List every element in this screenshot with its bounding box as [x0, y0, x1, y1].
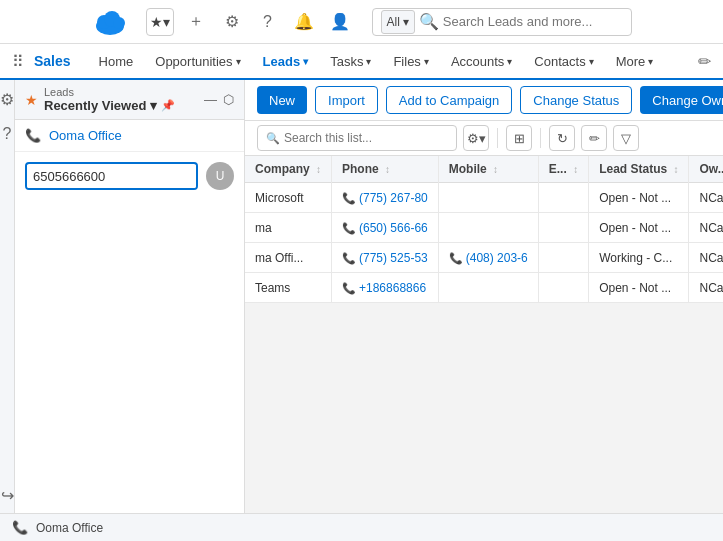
cell-company: Microsoft [245, 183, 332, 213]
nav-item-accounts[interactable]: Accounts ▾ [441, 44, 522, 80]
sidebar-heading-text: Recently Viewed [44, 98, 146, 113]
sidebar-section-heading: Recently Viewed ▾ 📌 [44, 98, 175, 113]
nav-bar: ⠿ Sales Home Opportunities ▾ Leads ▾ Tas… [0, 44, 723, 80]
nav-contacts-label: Contacts [534, 54, 585, 69]
nav-leads-label: Leads [263, 54, 301, 69]
edit-toolbar-button[interactable]: ✏ [581, 125, 607, 151]
nav-leads-chevron-icon: ▾ [303, 56, 308, 67]
nav-more-chevron-icon: ▾ [648, 56, 653, 67]
toolbar-separator [497, 128, 498, 148]
call-item-label: Ooma Office [49, 128, 122, 143]
salesforce-logo-icon [92, 8, 128, 36]
phone-number-input[interactable] [27, 165, 198, 188]
import-button[interactable]: Import [315, 86, 378, 114]
search-scope-chevron-icon: ▾ [403, 15, 409, 29]
col-email[interactable]: E... ↕ [538, 156, 588, 183]
apps-grid-icon[interactable]: ⠿ [12, 52, 24, 71]
phone-link[interactable]: (775) 525-53 [342, 251, 428, 265]
change-status-button[interactable]: Change Status [520, 86, 632, 114]
table-header-row: Company ↕ Phone ↕ Mobile ↕ E... ↕ Lead S… [245, 156, 723, 183]
cell-company: ma [245, 213, 332, 243]
nav-tasks-chevron-icon: ▾ [366, 56, 371, 67]
phone-link[interactable]: (775) 267-80 [342, 191, 428, 205]
content-header: New Import Add to Campaign Change Status… [245, 80, 723, 121]
search-scope-label: All [387, 15, 400, 29]
search-list-icon: 🔍 [266, 132, 280, 145]
table-row: Teams +186868866 Open - Not ... NCa... ▾ [245, 273, 723, 303]
nav-home-label: Home [99, 54, 134, 69]
col-lead-status[interactable]: Lead Status ↕ [589, 156, 689, 183]
call-phone-icon: 📞 [25, 128, 41, 143]
sidebar-minimize-button[interactable]: — [204, 92, 217, 107]
filter-button[interactable]: ▽ [613, 125, 639, 151]
app-brand-label: Sales [34, 53, 71, 69]
phone-link[interactable]: +186868866 [342, 281, 426, 295]
status-phone-icon: 📞 [12, 520, 28, 535]
edit-nav-icon[interactable]: ✏ [698, 52, 711, 71]
global-search-input[interactable] [443, 14, 623, 29]
nav-opportunities-label: Opportunities [155, 54, 232, 69]
cell-phone: +186868866 [332, 273, 439, 303]
setup-icon[interactable]: ⚙ [218, 8, 246, 36]
add-button[interactable]: ＋ [182, 8, 210, 36]
avatar-initials: U [216, 169, 225, 183]
nav-item-opportunities[interactable]: Opportunities ▾ [145, 44, 250, 80]
col-owner[interactable]: Ow... ↕ [689, 156, 723, 183]
nav-item-leads[interactable]: Leads ▾ [253, 44, 319, 80]
cloud-logo [92, 8, 128, 36]
nav-accounts-chevron-icon: ▾ [507, 56, 512, 67]
nav-item-contacts[interactable]: Contacts ▾ [524, 44, 603, 80]
content-area: New Import Add to Campaign Change Status… [245, 80, 723, 513]
change-owner-button[interactable]: Change Owner [640, 86, 723, 114]
cell-phone: (775) 267-80 [332, 183, 439, 213]
help-sidebar-icon[interactable]: ? [3, 125, 12, 143]
nav-item-files[interactable]: Files ▾ [383, 44, 438, 80]
new-button[interactable]: New [257, 86, 307, 114]
add-to-campaign-button[interactable]: Add to Campaign [386, 86, 512, 114]
phone-sidebar: ★ Leads Recently Viewed ▾ 📌 — ⬡ 📞 Ooma O… [15, 80, 245, 513]
cell-email [538, 243, 588, 273]
sidebar-heading-chevron-icon: ▾ [150, 98, 157, 113]
mobile-link[interactable]: (408) 203-6 [449, 251, 528, 265]
phone-input-wrap: 📞 [25, 162, 198, 190]
cell-owner: NCa... [689, 243, 723, 273]
bell-icon[interactable]: 🔔 [290, 8, 318, 36]
sidebar-heading-pin-icon: 📌 [161, 99, 175, 112]
leads-table-wrap: Company ↕ Phone ↕ Mobile ↕ E... ↕ Lead S… [245, 156, 723, 513]
refresh-button[interactable]: ↻ [549, 125, 575, 151]
nav-accounts-label: Accounts [451, 54, 504, 69]
settings-icon[interactable]: ⚙ [0, 90, 14, 109]
nav-more-label: More [616, 54, 646, 69]
col-mobile[interactable]: Mobile ↕ [438, 156, 538, 183]
sidebar-header: ★ Leads Recently Viewed ▾ 📌 — ⬡ [15, 80, 244, 120]
nav-item-home[interactable]: Home [89, 44, 144, 80]
col-company[interactable]: Company ↕ [245, 156, 332, 183]
status-label: Ooma Office [36, 521, 103, 535]
settings-toolbar-button[interactable]: ⚙▾ [463, 125, 489, 151]
cell-owner: NCa... [689, 213, 723, 243]
cell-mobile [438, 183, 538, 213]
global-search-wrap: All ▾ 🔍 [372, 8, 632, 36]
grid-view-button[interactable]: ⊞ [506, 125, 532, 151]
call-item[interactable]: 📞 Ooma Office [15, 120, 244, 152]
cell-mobile [438, 273, 538, 303]
cell-lead-status: Open - Not ... [589, 183, 689, 213]
nav-item-more[interactable]: More ▾ [606, 44, 664, 80]
list-search-input[interactable] [284, 131, 448, 145]
cell-owner: NCa... [689, 183, 723, 213]
cell-lead-status: Open - Not ... [589, 273, 689, 303]
cell-email [538, 273, 588, 303]
sidebar-expand-button[interactable]: ⬡ [223, 92, 234, 107]
nav-item-tasks[interactable]: Tasks ▾ [320, 44, 381, 80]
search-list-wrap: 🔍 [257, 125, 457, 151]
avatar-icon[interactable]: 👤 [326, 8, 354, 36]
phone-link[interactable]: (650) 566-66 [342, 221, 428, 235]
favorites-button[interactable]: ★▾ [146, 8, 174, 36]
logout-icon[interactable]: ↪ [1, 486, 14, 505]
cell-phone: (650) 566-66 [332, 213, 439, 243]
help-icon[interactable]: ? [254, 8, 282, 36]
nav-opportunities-chevron-icon: ▾ [236, 56, 241, 67]
col-phone[interactable]: Phone ↕ [332, 156, 439, 183]
search-scope-button[interactable]: All ▾ [381, 10, 415, 34]
cell-mobile: (408) 203-6 [438, 243, 538, 273]
